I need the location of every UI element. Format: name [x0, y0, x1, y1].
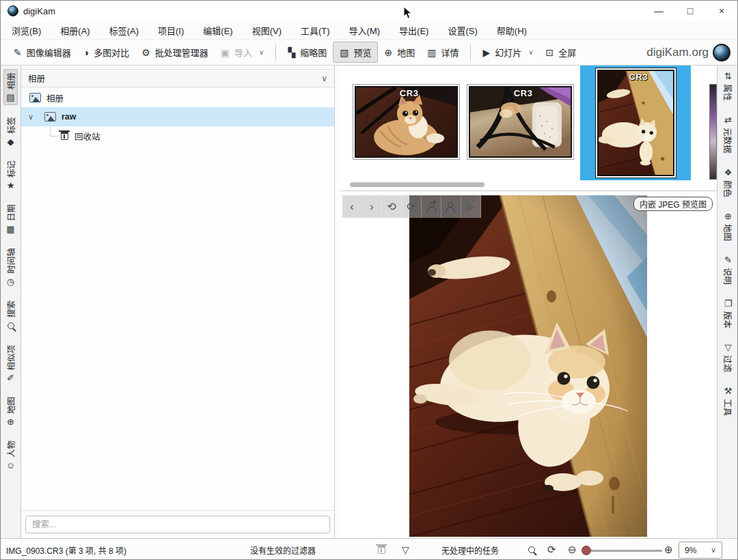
map-view-label: 地图: [397, 46, 415, 59]
filter-status: 没有生效的过滤器: [250, 539, 316, 560]
zoom-in-button[interactable]: ⊕: [664, 539, 673, 560]
sidebar-tab-colors[interactable]: ❖ 颜色: [722, 165, 735, 200]
menu-item-settings[interactable]: 设置(S): [438, 21, 487, 39]
menu-item-view[interactable]: 视图(V): [243, 21, 291, 39]
grid-icon: ▚: [288, 48, 295, 57]
pencil-icon: ✎: [14, 48, 22, 57]
zoom-100-button[interactable]: ⟳: [547, 539, 556, 560]
details-view-button[interactable]: ▥ 详情: [421, 42, 465, 62]
album-search-input[interactable]: [25, 516, 330, 533]
sidebar-tab-versions[interactable]: ❐ 版本: [722, 296, 735, 331]
panel-divider: [21, 510, 334, 511]
filter-status-button[interactable]: ▽: [402, 539, 409, 560]
filter-icon: ▽: [725, 343, 732, 352]
menu-item-browse[interactable]: 浏览(B): [2, 21, 51, 39]
rotate-right-button[interactable]: ⟳: [402, 195, 422, 218]
sidebar-tab-dates[interactable]: 日期 ▦: [4, 201, 17, 236]
status-bar: IMG_0903.CR3 (第 3 项, 共 8 项) 没有生效的过滤器 ▽ 无…: [1, 538, 737, 560]
menu-item-album[interactable]: 相册(A): [51, 21, 99, 39]
format-badge: CR3: [629, 72, 648, 82]
collapse-chevron-icon[interactable]: ∨: [321, 74, 327, 83]
next-image-button[interactable]: ›: [362, 195, 382, 218]
thumbnail-bar: CR3: [340, 66, 717, 191]
sidebar-tab-timeline[interactable]: 时间轴 ◷: [4, 245, 17, 289]
tree-item-raw[interactable]: ∨ raw: [21, 107, 334, 126]
sidebar-tab-tags[interactable]: 标签 ◆: [4, 114, 17, 149]
preview-view-button[interactable]: ▧ 预览: [333, 42, 378, 63]
format-badge: CR3: [514, 88, 533, 98]
thumbnail-item-2[interactable]: CR3: [467, 84, 574, 160]
sidebar-tab-map[interactable]: 地图 ⊕: [4, 394, 17, 429]
search-icon: [8, 322, 14, 329]
zoom-slider[interactable]: [583, 550, 662, 552]
chevron-left-icon: ‹: [350, 201, 353, 213]
tree-item-albums-root[interactable]: 相册: [21, 88, 334, 107]
sidebar-tab-map[interactable]: ⊕ 地图: [722, 209, 735, 244]
menu-item-tools[interactable]: 工具(T): [291, 21, 340, 39]
tree-label: 回收站: [74, 130, 100, 143]
sidebar-tab-filters[interactable]: ▽ 过滤: [722, 340, 735, 375]
zoom-level-combo[interactable]: 9% ∨: [679, 542, 722, 559]
tree-label: raw: [62, 112, 77, 122]
tree-item-trash[interactable]: 回收站: [21, 126, 334, 145]
show-faces-button[interactable]: [422, 195, 441, 218]
thumbnail-scrollbar[interactable]: [350, 182, 484, 187]
light-table-button[interactable]: ◑ 多图对比: [77, 42, 135, 62]
expander-chevron-icon[interactable]: ∨: [28, 113, 33, 122]
menu-item-export[interactable]: 导出(E): [390, 21, 438, 39]
add-face-button[interactable]: +: [441, 195, 461, 218]
sidebar-tab-labels[interactable]: 标记 ★: [4, 158, 17, 193]
preview-photo-cat-under-bed[interactable]: [409, 195, 647, 537]
map-view-button[interactable]: ⊕ 地图: [378, 42, 421, 62]
minimize-button[interactable]: —: [643, 1, 674, 21]
zoom-fit-button[interactable]: [528, 539, 535, 560]
thumbnail-item-4-partial[interactable]: [709, 84, 717, 180]
trash-status-button[interactable]: [378, 539, 385, 560]
menu-item-tag[interactable]: 标签(A): [100, 21, 148, 39]
sidebar-tab-people[interactable]: 人物 ☺: [4, 438, 17, 473]
slideshow-button[interactable]: ▶ 幻灯片 ∨: [476, 42, 539, 62]
sidebar-tab-captions[interactable]: ✎ 说明: [722, 253, 735, 288]
menu-item-help[interactable]: 帮助(H): [487, 21, 536, 39]
sidebar-tab-search[interactable]: 搜索: [4, 298, 17, 333]
thumbnail-item-3-selected[interactable]: CR3: [580, 66, 691, 180]
rotate-left-button[interactable]: ⟲: [382, 195, 402, 218]
sidebar-tab-tools[interactable]: ⚒ 工具: [722, 384, 735, 419]
thumbnail-item-1[interactable]: CR3: [353, 84, 460, 160]
maximize-button[interactable]: □: [674, 1, 706, 21]
title-bar: digiKam — □ ×: [1, 1, 737, 21]
import-button[interactable]: ▣ 导入 ∨: [215, 42, 271, 62]
menu-item-edit[interactable]: 编辑(E): [193, 21, 242, 39]
mouse-cursor: [402, 6, 412, 20]
zoom-slider-handle[interactable]: [582, 546, 591, 555]
zoom-out-icon: ⊖: [568, 544, 577, 556]
face-icon: ☺: [6, 461, 15, 470]
batch-gear-icon: ⚙: [141, 48, 150, 57]
image-editor-button[interactable]: ✎ 图像编辑器: [8, 42, 77, 62]
chevron-down-icon: ∨: [711, 546, 716, 555]
sidebar-tab-similarity[interactable]: 相似项 ✐: [4, 342, 17, 386]
slideshow-play-button[interactable]: ▶: [461, 195, 481, 218]
file-info-status: IMG_0903.CR3 (第 3 项, 共 8 项): [6, 539, 126, 560]
menu-item-import[interactable]: 导入(M): [340, 21, 390, 39]
preview-overlay-toolbar: ‹ › ⟲ ⟳ + ▶: [342, 195, 481, 218]
close-button[interactable]: ×: [706, 1, 737, 21]
sidebar-tab-metadata[interactable]: ⇄ 元数据: [722, 113, 735, 156]
embedded-jpeg-badge: 内嵌 JPEG 预览图: [633, 197, 713, 211]
rotate-right-icon: ⟳: [407, 200, 415, 213]
zoom-level-value: 9%: [685, 546, 696, 555]
fullscreen-label: 全屏: [558, 46, 576, 59]
main-toolbar: ✎ 图像编辑器 ◑ 多图对比 ⚙ 批处理管理器 ▣ 导入 ∨ ▚ 缩略图 ▧ 预…: [1, 40, 737, 66]
right-sidebar-strip: ⇅ 属性 ⇄ 元数据 ❖ 颜色 ⊕ 地图 ✎ 说明: [717, 66, 738, 538]
image-icon: ▧: [340, 48, 348, 57]
menu-item-item[interactable]: 项目(I): [148, 21, 193, 39]
fullscreen-button[interactable]: ⊡ 全屏: [540, 42, 583, 62]
albums-panel-header[interactable]: 相册 ∨: [21, 69, 334, 87]
sidebar-tab-albums[interactable]: 相册 ▤: [3, 69, 18, 105]
previous-image-button[interactable]: ‹: [342, 195, 362, 218]
app-logo-icon: [8, 5, 18, 16]
thumbnails-view-button[interactable]: ▚ 缩略图: [282, 42, 333, 62]
zoom-out-button[interactable]: ⊖: [568, 539, 577, 560]
batch-queue-button[interactable]: ⚙ 批处理管理器: [135, 42, 215, 62]
sidebar-tab-properties[interactable]: ⇅ 属性: [722, 69, 735, 104]
